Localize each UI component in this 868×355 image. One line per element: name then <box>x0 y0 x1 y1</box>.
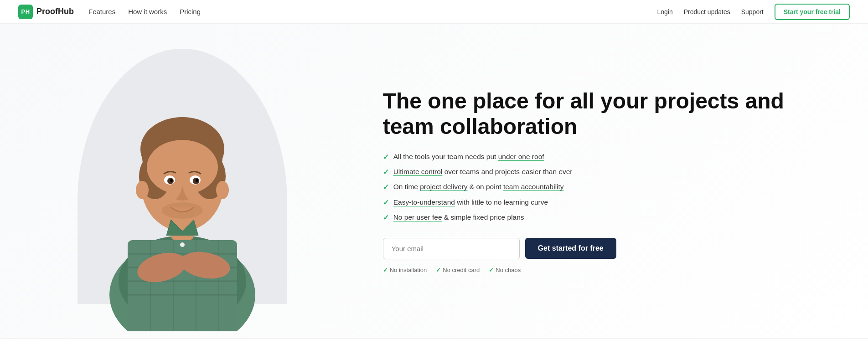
check-icon-2: ✓ <box>383 167 389 177</box>
nav-link-how-it-works[interactable]: How it works <box>128 8 167 15</box>
nav-login[interactable]: Login <box>657 8 672 15</box>
check-icon-chaos: ✓ <box>489 267 494 273</box>
nav-trial-button[interactable]: Start your free trial <box>775 4 850 20</box>
check-icon-4: ✓ <box>383 198 389 208</box>
hero-section: The one place for all your projects and … <box>0 24 868 338</box>
sub-item-no-credit-card: ✓ No credit card <box>436 267 480 273</box>
sub-item-no-installation: ✓ No installation <box>383 267 427 273</box>
svg-point-29 <box>180 242 185 247</box>
sub-item-credit-card-label: No credit card <box>443 267 480 273</box>
svg-point-27 <box>136 181 149 199</box>
hero-image-area <box>0 31 365 331</box>
svg-point-25 <box>196 179 198 182</box>
cta-row: Get started for free <box>383 238 832 259</box>
email-input[interactable] <box>383 238 520 259</box>
social-proof-section: L♥ved by 85,000+ teams and businesses wo… <box>0 338 868 355</box>
check-icon-1: ✓ <box>383 152 389 162</box>
feature-item-3: ✓ On time project delivery & on point te… <box>383 182 832 192</box>
nav-product-updates[interactable]: Product updates <box>684 8 730 15</box>
hero-person-illustration <box>91 58 274 331</box>
nav-right: Login Product updates Support Start your… <box>657 4 850 20</box>
nav-links: Features How it works Pricing <box>88 8 201 15</box>
feature-item-1: ✓ All the tools your team needs put unde… <box>383 152 832 162</box>
navbar: PH ProofHub Features How it works Pricin… <box>0 0 868 24</box>
nav-link-pricing[interactable]: Pricing <box>180 8 201 15</box>
check-icon-installation: ✓ <box>383 267 388 273</box>
svg-point-24 <box>170 179 173 182</box>
feature-item-4: ✓ Easy-to-understand with little to no l… <box>383 197 832 208</box>
nav-left: PH ProofHub Features How it works Pricin… <box>18 5 201 19</box>
feature-item-5: ✓ No per user fee & simple fixed price p… <box>383 212 832 223</box>
check-icon-5: ✓ <box>383 213 389 223</box>
logo-text: ProofHub <box>36 7 74 16</box>
sub-item-installation-label: No installation <box>390 267 427 273</box>
check-icon-credit-card: ✓ <box>436 267 441 273</box>
cta-sub-items: ✓ No installation ✓ No credit card ✓ No … <box>383 267 832 273</box>
hero-title: The one place for all your projects and … <box>383 88 832 139</box>
feature-item-2: ✓ Ultimate control over teams and projec… <box>383 167 832 177</box>
feature-list: ✓ All the tools your team needs put unde… <box>383 152 832 223</box>
nav-support[interactable]: Support <box>741 8 764 15</box>
check-icon-3: ✓ <box>383 182 389 192</box>
nav-link-features[interactable]: Features <box>88 8 115 15</box>
get-started-button[interactable]: Get started for free <box>525 238 616 259</box>
hero-content: The one place for all your projects and … <box>365 61 868 300</box>
svg-point-26 <box>162 202 203 219</box>
logo-badge: PH <box>18 5 33 19</box>
logo-link[interactable]: PH ProofHub <box>18 5 74 19</box>
svg-point-28 <box>216 181 229 199</box>
sub-item-no-chaos: ✓ No chaos <box>489 267 521 273</box>
sub-item-chaos-label: No chaos <box>496 267 521 273</box>
